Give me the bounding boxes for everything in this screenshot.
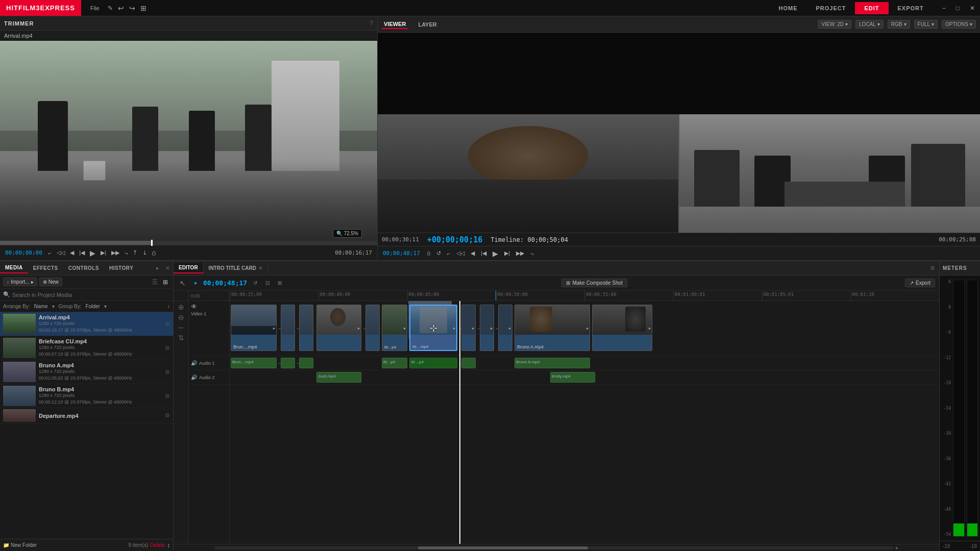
group-value-btn[interactable]: Folder <box>86 304 100 309</box>
video-clip[interactable]: Brun....mp4 ▸ <box>231 305 277 351</box>
trimmer-progress-bar[interactable] <box>0 241 377 245</box>
tab-layer[interactable]: LAYER <box>416 20 438 29</box>
play-back-btn[interactable]: ◀ <box>68 248 76 257</box>
grid-view-btn[interactable]: ⊞ <box>161 278 170 287</box>
tab-intro-title-card[interactable]: INTRO TITLE CARD ✕ <box>204 263 268 273</box>
undo-btn[interactable]: ↩ <box>116 3 126 13</box>
audio-clip[interactable]: Br...p4 <box>382 358 407 369</box>
audio1-track[interactable]: Brun....mp4 ↔ ↔ Br...p4 W....p4 ↔ <box>230 356 939 370</box>
trimmer-progress-handle[interactable] <box>151 240 153 246</box>
snapshot-btn[interactable]: ⎙ <box>150 249 158 257</box>
make-composite-btn[interactable]: ⊞ Make Composite Shot <box>561 279 627 287</box>
cursor-tool-btn[interactable]: ↖ <box>178 278 188 288</box>
audio2-track[interactable]: Josh.mp4 Emily.mp4 <box>230 370 939 385</box>
play-btn[interactable]: ▶ <box>88 248 97 258</box>
tab-history[interactable]: HISTORY <box>104 263 138 273</box>
media-tabs-settings-btn[interactable]: ✕ <box>162 263 173 273</box>
video1-track[interactable]: Brun....mp4 ▸ ↔ ↔ <box>230 301 939 356</box>
export-btn[interactable]: ↗ Export <box>905 279 935 287</box>
audio-clip[interactable]: Bruno A.mp4 <box>514 358 590 369</box>
timeline-content[interactable]: Brun....mp4 ▸ ↔ ↔ <box>230 301 939 544</box>
video-clip[interactable] <box>299 305 313 351</box>
zoom-in-btn[interactable]: ⊕ <box>178 303 184 311</box>
list-item[interactable]: Arrival.mp4 1280 x 720 pixels 00;00;16;1… <box>0 312 173 336</box>
audio-clip[interactable] <box>281 358 295 369</box>
audio-clip[interactable]: Josh.mp4 <box>316 372 361 383</box>
video-clip[interactable]: Br...p4 ▸ <box>382 305 407 351</box>
viewer-set-in-btn[interactable]: ⌐ <box>445 249 452 258</box>
audio-clip[interactable] <box>461 358 476 369</box>
viewer-play-btn[interactable]: ▶ <box>491 248 500 259</box>
list-view-btn[interactable]: ☰ <box>150 278 160 287</box>
overwrite-btn[interactable]: ⤓ <box>140 248 149 257</box>
channel-rgb-btn[interactable]: RGB ▾ <box>888 20 910 29</box>
step-back-btn[interactable]: |◀ <box>77 248 87 257</box>
viewer-play-fwd-btn[interactable]: ▶▶ <box>514 249 526 258</box>
editor-snap-btn[interactable]: ⊡ <box>263 279 272 287</box>
file-menu[interactable]: File <box>85 3 105 13</box>
viewer-loop-btn[interactable]: ↺ <box>434 249 443 258</box>
nav-edit[interactable]: EDIT <box>855 2 888 14</box>
close-tab-icon[interactable]: ✕ <box>258 265 262 271</box>
video-clip[interactable]: ▸ <box>480 305 494 351</box>
fit-btn[interactable]: ↔ <box>178 323 185 332</box>
video-clip[interactable] <box>365 305 380 351</box>
video-clip[interactable]: ▸ <box>592 305 652 351</box>
tab-media[interactable]: MEDIA <box>0 263 28 273</box>
media-item-settings-btn[interactable]: ⚙ <box>165 345 170 352</box>
tab-editor[interactable]: EDITOR <box>174 263 204 273</box>
tab-viewer[interactable]: VIEWER <box>382 20 408 29</box>
audio-clip[interactable]: Brun....mp4 <box>231 358 277 369</box>
track-mute-btn[interactable]: 🔊 <box>191 360 197 366</box>
color-local-btn[interactable]: LOCAL ▾ <box>855 20 884 29</box>
grid-btn[interactable]: ⊞ <box>138 3 149 13</box>
tab-controls[interactable]: CONTROLS <box>63 263 104 273</box>
editor-loop-btn[interactable]: ↺ <box>251 279 259 287</box>
frame-step-back-btn[interactable]: ◁◁ <box>55 248 67 257</box>
play-fwd-btn[interactable]: ▶▶ <box>109 248 121 257</box>
media-item-settings-btn[interactable]: ⚙ <box>165 321 170 328</box>
list-item[interactable]: Bruno A.mp4 1280 x 720 pixels 00;01;05;0… <box>0 360 173 384</box>
audio-clip-selected[interactable]: W....p4 <box>409 358 457 369</box>
nav-home[interactable]: HOME <box>769 2 806 14</box>
link-btn[interactable]: ⇅ <box>178 334 184 342</box>
search-input[interactable] <box>12 292 170 298</box>
scroll-right-btn[interactable]: ▸ <box>896 545 898 550</box>
viewer-camera-btn[interactable]: ⎙ <box>425 249 432 257</box>
media-tabs-more-btn[interactable]: ▸ <box>153 263 162 273</box>
timeline-scrollbar[interactable]: ▸ <box>174 544 939 551</box>
scroll-thumb[interactable] <box>418 546 588 549</box>
track-mute2-btn[interactable]: 🔊 <box>191 374 197 380</box>
delete-btn[interactable]: Delete <box>150 542 165 548</box>
sync-btn[interactable]: ↕ <box>167 542 170 549</box>
list-item[interactable]: Briefcase CU.mp4 1280 x 720 pixels 00;00… <box>0 336 173 360</box>
set-in-btn[interactable]: ⌐ <box>46 249 54 257</box>
audio-clip[interactable]: Emily.mp4 <box>550 372 595 383</box>
new-folder-btn[interactable]: 📁 New Folder <box>3 542 37 548</box>
zoom-out-btn[interactable]: ⊖ <box>178 313 184 321</box>
media-item-settings-btn[interactable]: ⚙ <box>165 369 170 375</box>
track-visibility-btn[interactable]: 👁 <box>191 303 197 310</box>
media-item-settings-btn[interactable]: ⚙ <box>165 393 170 399</box>
video-clip[interactable]: ▸ <box>461 305 476 351</box>
list-item[interactable]: Departure.mp4 ⚙ <box>0 408 173 423</box>
video-clip[interactable]: ▸ <box>498 305 512 351</box>
tab-effects[interactable]: EFFECTS <box>28 263 63 273</box>
maximize-btn[interactable]: □ <box>951 3 965 14</box>
lift-btn[interactable]: ⤒ <box>131 248 139 257</box>
viewer-step-back-btn[interactable]: |◀ <box>479 249 488 258</box>
viewer-step-fwd-btn[interactable]: ▶| <box>502 249 512 258</box>
set-out-btn[interactable]: ¬ <box>122 249 130 257</box>
editor-ripple-btn[interactable]: ⊞ <box>276 279 284 287</box>
new-media-btn[interactable]: ⊕ New <box>39 278 62 286</box>
sort-direction-btn[interactable]: ↕ <box>167 304 170 309</box>
nav-export[interactable]: EXPORT <box>889 2 933 14</box>
step-fwd-btn[interactable]: ▶| <box>99 248 108 257</box>
import-btn[interactable]: ↓ Import... ▸ <box>3 278 37 286</box>
video-clip[interactable]: ▸ <box>316 305 361 351</box>
video-clip-selected[interactable]: W....mp4 ▸ ⊹ +00;00;00;17 <box>409 305 457 351</box>
list-item[interactable]: Bruno B.mp4 1280 x 720 pixels 00;00;12;1… <box>0 384 173 408</box>
redo-btn[interactable]: ↪ <box>127 3 137 13</box>
nav-project[interactable]: PROJECT <box>806 2 855 14</box>
minimize-btn[interactable]: − <box>937 3 951 14</box>
